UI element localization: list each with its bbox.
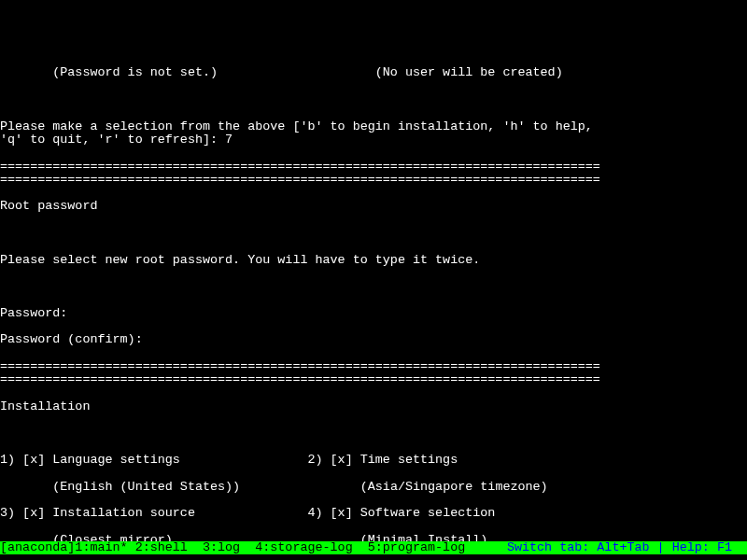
root-password-title: Root password xyxy=(0,200,747,213)
time-detail: (Asia/Singapore timezone) xyxy=(360,480,548,494)
password-label: Password: xyxy=(0,306,75,320)
language-detail: (English (United States)) xyxy=(52,480,240,494)
item-language[interactable]: Language settings xyxy=(52,453,180,467)
status-bar-help: Switch tab: Alt+Tab | Help: F1 xyxy=(507,541,747,554)
top-status-row: (Password is not set.) (No user will be … xyxy=(0,66,747,79)
terminal-output: (Password is not set.) (No user will be … xyxy=(0,53,747,560)
status-bar-tabs[interactable]: [anaconda]1:main* 2:shell 3:log 4:storag… xyxy=(0,541,507,554)
root-password-instruction: Please select new root password. You wil… xyxy=(0,254,747,267)
install-detail-1: (English (United States)) (Asia/Singapor… xyxy=(0,481,747,494)
selection-prompt-1: Please make a selection from the above [… xyxy=(0,120,747,147)
blank-row xyxy=(0,227,747,240)
blank-row xyxy=(0,93,747,106)
status-bar: [anaconda]1:main* 2:shell 3:log 4:storag… xyxy=(0,541,747,554)
blank-row xyxy=(0,280,747,293)
separator-2: ========================================… xyxy=(0,360,747,387)
install-row-2: 3) [x] Installation source 4) [x] Softwa… xyxy=(0,507,747,520)
installation-title: Installation xyxy=(0,400,747,413)
separator-1: ========================================… xyxy=(0,161,747,188)
item-source[interactable]: Installation source xyxy=(52,506,195,520)
no-user-status: (No user will be created) xyxy=(375,65,563,79)
password-not-set-status: (Password is not set.) xyxy=(52,65,218,79)
item-software[interactable]: Software selection xyxy=(360,506,496,520)
item-time[interactable]: Time settings xyxy=(360,453,458,467)
password-confirm-row[interactable]: Password (confirm): xyxy=(0,333,747,346)
install-row-1: 1) [x] Language settings 2) [x] Time set… xyxy=(0,454,747,467)
password-confirm-label: Password (confirm): xyxy=(0,332,150,346)
blank-row xyxy=(0,427,747,441)
password-input-row[interactable]: Password: xyxy=(0,307,747,320)
